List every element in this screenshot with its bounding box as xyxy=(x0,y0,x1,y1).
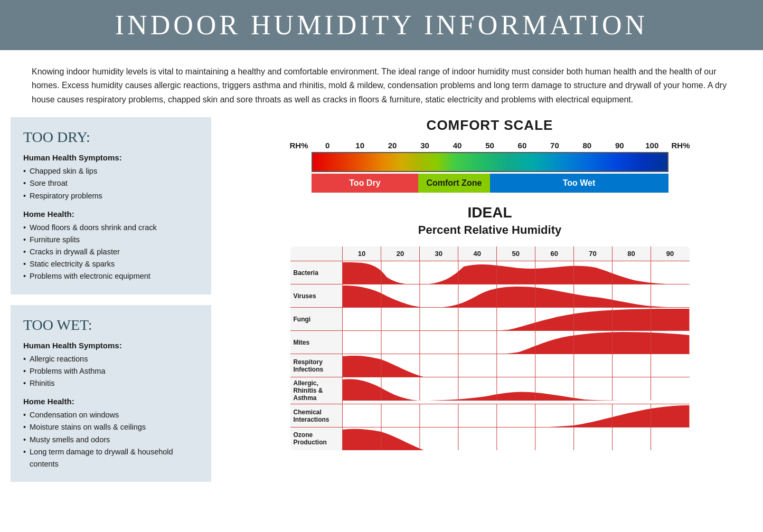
too-dry-human-title: Human Health Symptoms: xyxy=(23,153,199,162)
col-header-10: 10 xyxy=(343,246,381,261)
scale-numbers-row: RH% 0 10 20 30 40 50 60 70 80 90 100 RH% xyxy=(289,141,691,150)
zone-blocks: Too Dry Comfort Zone Too Wet xyxy=(312,174,668,193)
row-label: Ozone Production xyxy=(290,428,343,451)
list-item: Long term damage to drywall & household … xyxy=(23,446,199,470)
row-label: Viruses xyxy=(290,284,343,308)
humidity-table-container: 10 20 30 40 50 60 70 80 90 BacteriaVirus… xyxy=(289,245,691,451)
rh-label-right: RH% xyxy=(668,141,691,150)
list-item: Musty smells and odors xyxy=(23,434,199,446)
left-panels: TOO DRY: Human Health Symptoms: Chapped … xyxy=(11,117,211,482)
too-dry-home-list: Wood floors & doors shrink and crack Fur… xyxy=(23,222,199,283)
scale-zones-row: Too Dry Comfort Zone Too Wet xyxy=(289,174,691,193)
row-data-cell xyxy=(343,404,690,428)
row-data-cell xyxy=(343,428,690,451)
table-row: Ozone Production xyxy=(290,428,690,451)
too-dry-panel: TOO DRY: Human Health Symptoms: Chapped … xyxy=(11,117,211,294)
scale-num-30: 30 xyxy=(409,141,441,150)
zone-too-wet: Too Wet xyxy=(490,174,668,193)
col-header-20: 20 xyxy=(381,246,419,261)
row-data-cell xyxy=(343,331,690,354)
table-header-empty xyxy=(290,246,343,261)
table-row: Chemical Interactions xyxy=(290,404,690,428)
table-row: Viruses xyxy=(290,284,690,308)
row-label: Fungi xyxy=(290,308,343,331)
list-item: Cracks in drywall & plaster xyxy=(23,246,199,258)
rh-label-left: RH% xyxy=(289,141,312,150)
comfort-scale-title: COMFORT SCALE xyxy=(427,117,553,134)
too-dry-human-list: Chapped skin & lips Sore throat Respirat… xyxy=(23,165,199,202)
too-wet-home-list: Condensation on windows Moisture stains … xyxy=(23,409,199,470)
page-title: INDOOR HUMIDITY INFORMATION xyxy=(11,10,752,41)
table-row: Bacteria xyxy=(290,261,690,284)
row-data-cell xyxy=(343,308,690,331)
scale-num-0: 0 xyxy=(312,141,344,150)
row-data-cell xyxy=(343,284,690,308)
scale-num-40: 40 xyxy=(441,141,473,150)
zone-comfort: Comfort Zone xyxy=(418,174,489,193)
scale-num-100: 100 xyxy=(636,141,668,150)
zone-too-dry: Too Dry xyxy=(312,174,419,193)
table-row: Mites xyxy=(290,331,690,354)
row-label: Bacteria xyxy=(290,261,343,284)
table-header-row: 10 20 30 40 50 60 70 80 90 xyxy=(290,246,690,261)
list-item: Respiratory problems xyxy=(23,190,199,202)
list-item: Rhinitis xyxy=(23,377,199,390)
list-item: Sore throat xyxy=(23,177,199,189)
scale-num-20: 20 xyxy=(376,141,408,150)
scale-num-50: 50 xyxy=(474,141,506,150)
row-label: Mites xyxy=(290,331,343,354)
row-label: Allergic, Rhinitis & Asthma xyxy=(290,377,343,404)
list-item: Condensation on windows xyxy=(23,409,199,421)
too-wet-home-title: Home Health: xyxy=(23,397,199,406)
col-header-60: 60 xyxy=(535,246,573,261)
scale-num-80: 80 xyxy=(571,141,603,150)
list-item: Furniture splits xyxy=(23,234,199,246)
intro-section: Knowing indoor humidity levels is vital … xyxy=(0,50,763,112)
list-item: Static electricity & sparks xyxy=(23,258,199,270)
table-row: Allergic, Rhinitis & Asthma xyxy=(290,377,690,404)
scale-gradient-row xyxy=(289,152,691,172)
table-row: Fungi xyxy=(290,308,690,331)
col-header-50: 50 xyxy=(496,246,535,261)
list-item: Problems with Asthma xyxy=(23,365,199,377)
scale-num-70: 70 xyxy=(539,141,571,150)
row-data-cell xyxy=(343,377,690,404)
col-header-80: 80 xyxy=(612,246,651,261)
list-item: Moisture stains on walls & ceilings xyxy=(23,421,199,433)
ideal-label: IDEAL xyxy=(468,204,512,221)
comfort-scale-container: RH% 0 10 20 30 40 50 60 70 80 90 100 RH% xyxy=(289,141,691,193)
percent-rh-label: Percent Relative Humidity xyxy=(418,223,561,237)
too-wet-panel: TOO WET: Human Health Symptoms: Allergic… xyxy=(11,305,211,482)
col-header-30: 30 xyxy=(419,246,458,261)
scale-numbers: 0 10 20 30 40 50 60 70 80 90 100 xyxy=(312,141,668,150)
too-wet-title: TOO WET: xyxy=(23,317,199,334)
scale-num-10: 10 xyxy=(344,141,376,150)
list-item: Chapped skin & lips xyxy=(23,165,199,177)
table-row: Respitory Infections xyxy=(290,354,690,377)
row-data-cell xyxy=(343,261,690,284)
row-data-cell xyxy=(343,354,690,377)
list-item: Wood floors & doors shrink and crack xyxy=(23,222,199,234)
col-header-90: 90 xyxy=(651,246,690,261)
intro-text: Knowing indoor humidity levels is vital … xyxy=(32,65,731,107)
col-header-70: 70 xyxy=(573,246,612,261)
row-label: Respitory Infections xyxy=(290,354,343,377)
too-wet-human-list: Allergic reactions Problems with Asthma … xyxy=(23,353,199,390)
scale-num-90: 90 xyxy=(604,141,636,150)
row-label: Chemical Interactions xyxy=(290,404,343,428)
page-header: INDOOR HUMIDITY INFORMATION xyxy=(0,0,763,50)
too-dry-title: TOO DRY: xyxy=(23,129,199,146)
col-header-40: 40 xyxy=(458,246,496,261)
list-item: Allergic reactions xyxy=(23,353,199,365)
too-wet-human-title: Human Health Symptoms: xyxy=(23,341,199,350)
right-content: COMFORT SCALE RH% 0 10 20 30 40 50 60 70… xyxy=(227,117,752,482)
too-dry-home-title: Home Health: xyxy=(23,210,199,218)
list-item: Problems with electronic equipment xyxy=(23,270,199,282)
humidity-table: 10 20 30 40 50 60 70 80 90 BacteriaVirus… xyxy=(289,245,691,451)
scale-gradient-bar xyxy=(312,152,668,172)
main-content: TOO DRY: Human Health Symptoms: Chapped … xyxy=(0,112,763,492)
scale-num-60: 60 xyxy=(506,141,538,150)
table-body: BacteriaVirusesFungiMitesRespitory Infec… xyxy=(290,261,690,451)
